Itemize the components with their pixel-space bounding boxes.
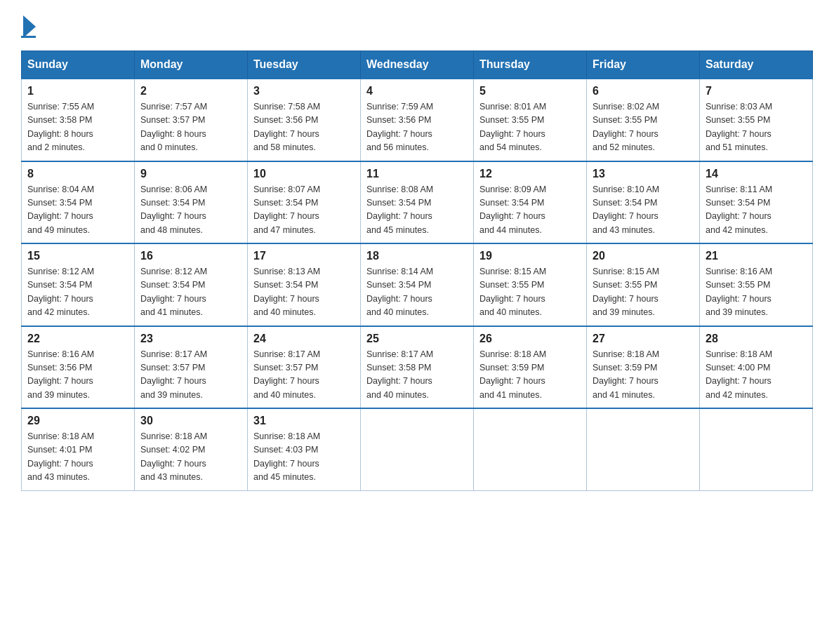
day-number: 27 <box>593 333 694 345</box>
day-info: Sunrise: 8:16 AMSunset: 3:56 PMDaylight:… <box>27 348 128 403</box>
day-cell: 3Sunrise: 7:58 AMSunset: 3:56 PMDaylight… <box>248 79 361 161</box>
day-info: Sunrise: 8:08 AMSunset: 3:54 PMDaylight:… <box>366 183 468 238</box>
day-info: Sunrise: 8:01 AMSunset: 3:55 PMDaylight:… <box>479 100 581 155</box>
day-info: Sunrise: 8:03 AMSunset: 3:55 PMDaylight:… <box>706 100 807 155</box>
day-number: 7 <box>706 85 807 98</box>
day-cell <box>474 408 587 490</box>
day-number: 17 <box>253 250 355 262</box>
day-cell: 13Sunrise: 8:10 AMSunset: 3:54 PMDayligh… <box>587 161 700 244</box>
day-number: 16 <box>140 250 241 262</box>
day-cell: 11Sunrise: 8:08 AMSunset: 3:54 PMDayligh… <box>361 161 474 244</box>
day-info: Sunrise: 8:15 AMSunset: 3:55 PMDaylight:… <box>479 265 581 320</box>
day-number: 10 <box>253 168 355 180</box>
day-number: 4 <box>366 85 468 98</box>
day-info: Sunrise: 8:18 AMSunset: 4:00 PMDaylight:… <box>706 348 807 403</box>
day-info: Sunrise: 8:12 AMSunset: 3:54 PMDaylight:… <box>27 265 128 320</box>
day-cell: 18Sunrise: 8:14 AMSunset: 3:54 PMDayligh… <box>361 243 474 326</box>
day-number: 19 <box>479 250 581 262</box>
day-number: 11 <box>366 168 468 180</box>
day-number: 13 <box>593 168 694 180</box>
day-number: 1 <box>27 85 128 98</box>
day-info: Sunrise: 8:15 AMSunset: 3:55 PMDaylight:… <box>593 265 694 320</box>
day-cell: 25Sunrise: 8:17 AMSunset: 3:58 PMDayligh… <box>361 326 474 409</box>
day-number: 15 <box>27 250 128 262</box>
logo-underline <box>21 36 36 38</box>
day-cell: 10Sunrise: 8:07 AMSunset: 3:54 PMDayligh… <box>248 161 361 244</box>
day-cell: 19Sunrise: 8:15 AMSunset: 3:55 PMDayligh… <box>474 243 587 326</box>
day-info: Sunrise: 8:13 AMSunset: 3:54 PMDaylight:… <box>253 265 355 320</box>
day-info: Sunrise: 8:06 AMSunset: 3:54 PMDaylight:… <box>140 183 241 238</box>
calendar-header: SundayMondayTuesdayWednesdayThursdayFrid… <box>22 51 813 79</box>
day-cell: 1Sunrise: 7:55 AMSunset: 3:58 PMDaylight… <box>22 79 135 161</box>
day-info: Sunrise: 8:09 AMSunset: 3:54 PMDaylight:… <box>479 183 581 238</box>
day-info: Sunrise: 7:57 AMSunset: 3:57 PMDaylight:… <box>140 100 241 155</box>
day-cell: 15Sunrise: 8:12 AMSunset: 3:54 PMDayligh… <box>22 243 135 326</box>
day-cell: 23Sunrise: 8:17 AMSunset: 3:57 PMDayligh… <box>135 326 248 409</box>
day-cell: 5Sunrise: 8:01 AMSunset: 3:55 PMDaylight… <box>474 79 587 161</box>
week-row-4: 22Sunrise: 8:16 AMSunset: 3:56 PMDayligh… <box>22 326 813 409</box>
day-cell: 4Sunrise: 7:59 AMSunset: 3:56 PMDaylight… <box>361 79 474 161</box>
day-cell: 6Sunrise: 8:02 AMSunset: 3:55 PMDaylight… <box>587 79 700 161</box>
day-cell: 21Sunrise: 8:16 AMSunset: 3:55 PMDayligh… <box>700 243 813 326</box>
day-info: Sunrise: 8:18 AMSunset: 4:02 PMDaylight:… <box>140 430 241 485</box>
day-info: Sunrise: 8:17 AMSunset: 3:58 PMDaylight:… <box>366 348 468 403</box>
day-info: Sunrise: 8:18 AMSunset: 4:03 PMDaylight:… <box>253 430 355 485</box>
day-cell: 9Sunrise: 8:06 AMSunset: 3:54 PMDaylight… <box>135 161 248 244</box>
day-cell <box>587 408 700 490</box>
day-info: Sunrise: 8:11 AMSunset: 3:54 PMDaylight:… <box>706 183 807 238</box>
day-number: 28 <box>706 333 807 345</box>
day-number: 5 <box>479 85 581 98</box>
header-cell-friday: Friday <box>587 51 700 79</box>
day-number: 26 <box>479 333 581 345</box>
day-cell: 12Sunrise: 8:09 AMSunset: 3:54 PMDayligh… <box>474 161 587 244</box>
day-number: 2 <box>140 85 241 98</box>
header-cell-monday: Monday <box>135 51 248 79</box>
day-cell: 27Sunrise: 8:18 AMSunset: 3:59 PMDayligh… <box>587 326 700 409</box>
day-cell: 20Sunrise: 8:15 AMSunset: 3:55 PMDayligh… <box>587 243 700 326</box>
day-info: Sunrise: 8:17 AMSunset: 3:57 PMDaylight:… <box>253 348 355 403</box>
day-info: Sunrise: 8:12 AMSunset: 3:54 PMDaylight:… <box>140 265 241 320</box>
header-cell-wednesday: Wednesday <box>361 51 474 79</box>
day-number: 6 <box>593 85 694 98</box>
day-cell: 22Sunrise: 8:16 AMSunset: 3:56 PMDayligh… <box>22 326 135 409</box>
day-info: Sunrise: 8:02 AMSunset: 3:55 PMDaylight:… <box>593 100 694 155</box>
calendar-body: 1Sunrise: 7:55 AMSunset: 3:58 PMDaylight… <box>22 79 813 490</box>
header-cell-tuesday: Tuesday <box>248 51 361 79</box>
day-info: Sunrise: 8:04 AMSunset: 3:54 PMDaylight:… <box>27 183 128 238</box>
week-row-1: 1Sunrise: 7:55 AMSunset: 3:58 PMDaylight… <box>22 79 813 161</box>
day-cell: 28Sunrise: 8:18 AMSunset: 4:00 PMDayligh… <box>700 326 813 409</box>
day-number: 8 <box>27 168 128 180</box>
day-cell: 17Sunrise: 8:13 AMSunset: 3:54 PMDayligh… <box>248 243 361 326</box>
header-cell-saturday: Saturday <box>700 51 813 79</box>
day-cell <box>361 408 474 490</box>
day-number: 18 <box>366 250 468 262</box>
week-row-2: 8Sunrise: 8:04 AMSunset: 3:54 PMDaylight… <box>22 161 813 244</box>
week-row-5: 29Sunrise: 8:18 AMSunset: 4:01 PMDayligh… <box>22 408 813 490</box>
day-number: 9 <box>140 168 241 180</box>
day-info: Sunrise: 8:17 AMSunset: 3:57 PMDaylight:… <box>140 348 241 403</box>
header-row: SundayMondayTuesdayWednesdayThursdayFrid… <box>22 51 813 79</box>
day-cell: 7Sunrise: 8:03 AMSunset: 3:55 PMDaylight… <box>700 79 813 161</box>
day-info: Sunrise: 7:55 AMSunset: 3:58 PMDaylight:… <box>27 100 128 155</box>
day-cell: 16Sunrise: 8:12 AMSunset: 3:54 PMDayligh… <box>135 243 248 326</box>
logo-arrow-icon <box>23 15 36 38</box>
day-info: Sunrise: 8:18 AMSunset: 3:59 PMDaylight:… <box>479 348 581 403</box>
day-cell: 14Sunrise: 8:11 AMSunset: 3:54 PMDayligh… <box>700 161 813 244</box>
day-cell <box>700 408 813 490</box>
day-number: 25 <box>366 333 468 345</box>
day-cell: 8Sunrise: 8:04 AMSunset: 3:54 PMDaylight… <box>22 161 135 244</box>
day-cell: 30Sunrise: 8:18 AMSunset: 4:02 PMDayligh… <box>135 408 248 490</box>
day-info: Sunrise: 7:59 AMSunset: 3:56 PMDaylight:… <box>366 100 468 155</box>
day-info: Sunrise: 7:58 AMSunset: 3:56 PMDaylight:… <box>253 100 355 155</box>
day-number: 29 <box>27 415 128 427</box>
day-number: 22 <box>27 333 128 345</box>
day-info: Sunrise: 8:10 AMSunset: 3:54 PMDaylight:… <box>593 183 694 238</box>
day-number: 14 <box>706 168 807 180</box>
day-number: 30 <box>140 415 241 427</box>
day-cell: 29Sunrise: 8:18 AMSunset: 4:01 PMDayligh… <box>22 408 135 490</box>
day-info: Sunrise: 8:07 AMSunset: 3:54 PMDaylight:… <box>253 183 355 238</box>
day-cell: 31Sunrise: 8:18 AMSunset: 4:03 PMDayligh… <box>248 408 361 490</box>
day-number: 20 <box>593 250 694 262</box>
day-number: 31 <box>253 415 355 427</box>
day-number: 21 <box>706 250 807 262</box>
